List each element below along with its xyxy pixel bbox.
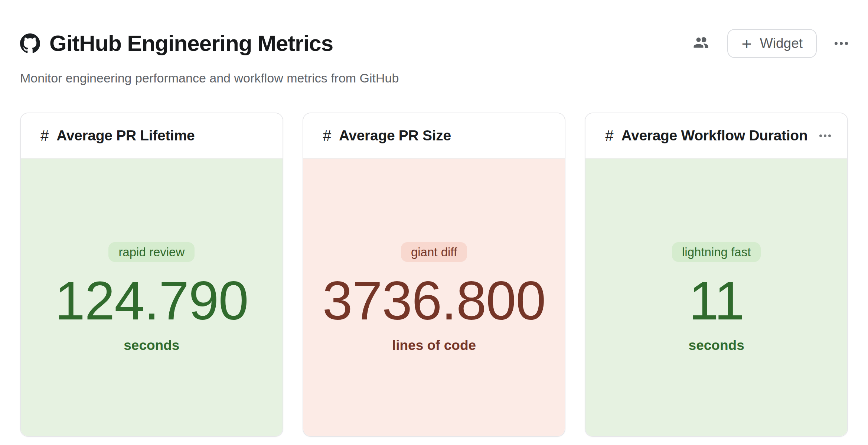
- plus-icon: +: [741, 35, 751, 52]
- metric-card-header: # Average PR Lifetime: [21, 113, 283, 159]
- page-header: GitHub Engineering Metrics +: [20, 29, 848, 58]
- metric-card-body: rapid review 124.790 seconds: [21, 159, 283, 436]
- metric-card-body: lightning fast 11 seconds: [585, 159, 847, 436]
- header-controls: + Widget: [692, 29, 848, 58]
- widget-grid: # Average PR Lifetime rapid review 124.7…: [20, 113, 848, 437]
- metric-unit: seconds: [689, 338, 744, 352]
- members-button[interactable]: [692, 36, 710, 52]
- page-subtitle: Monitor engineering performance and work…: [20, 71, 848, 86]
- page-title: GitHub Engineering Metrics: [49, 32, 333, 55]
- metric-value: 3736.800: [323, 274, 546, 328]
- metric-unit: lines of code: [392, 338, 476, 352]
- metric-card-title: Average PR Size: [339, 127, 451, 144]
- add-widget-button[interactable]: + Widget: [727, 29, 817, 58]
- brand: GitHub Engineering Metrics: [20, 32, 333, 55]
- dashboard-page: GitHub Engineering Metrics +: [0, 0, 868, 445]
- metric-value: 11: [689, 274, 744, 328]
- metric-value: 124.790: [55, 274, 248, 328]
- metric-card-title: Average PR Lifetime: [56, 127, 195, 144]
- card-menu-button[interactable]: [819, 134, 831, 137]
- metric-card-header: # Average PR Size: [303, 113, 565, 159]
- number-hash-icon: #: [605, 128, 613, 143]
- page-more-options-button[interactable]: [835, 42, 848, 45]
- metric-unit: seconds: [124, 338, 179, 352]
- number-hash-icon: #: [323, 128, 331, 143]
- metric-card-title: Average Workflow Duration: [621, 127, 808, 144]
- ellipsis-icon: [835, 42, 848, 45]
- add-widget-label: Widget: [760, 36, 803, 51]
- metric-badge: rapid review: [108, 242, 195, 262]
- metric-badge: lightning fast: [672, 242, 761, 262]
- metric-badge: giant diff: [401, 242, 467, 262]
- metric-card-workflow-duration: # Average Workflow Duration lightning fa…: [585, 113, 848, 437]
- number-hash-icon: #: [40, 128, 49, 143]
- metric-card-pr-size: # Average PR Size giant diff 3736.800 li…: [303, 113, 566, 437]
- metric-card-body: giant diff 3736.800 lines of code: [303, 159, 565, 436]
- github-logo-icon: [20, 33, 40, 53]
- people-icon: [692, 36, 710, 52]
- metric-card-header: # Average Workflow Duration: [585, 113, 847, 159]
- metric-card-pr-lifetime: # Average PR Lifetime rapid review 124.7…: [20, 113, 283, 437]
